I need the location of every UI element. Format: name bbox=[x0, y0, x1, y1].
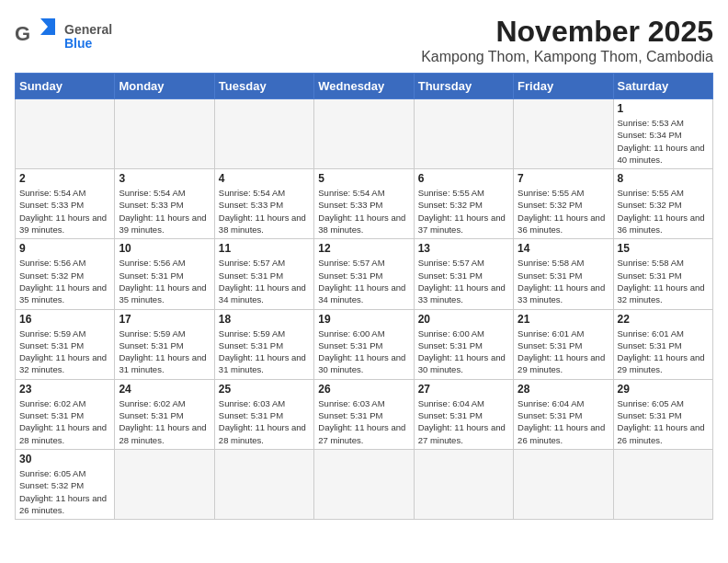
day-number: 24 bbox=[119, 383, 210, 396]
day-info: Sunrise: 6:01 AMSunset: 5:31 PMDaylight:… bbox=[618, 327, 709, 376]
logo-general-text: General bbox=[64, 23, 112, 37]
calendar-cell bbox=[514, 99, 613, 169]
day-number: 16 bbox=[19, 313, 110, 326]
calendar-cell: 7Sunrise: 5:55 AMSunset: 5:32 PMDaylight… bbox=[514, 169, 613, 239]
day-info: Sunrise: 5:54 AMSunset: 5:33 PMDaylight:… bbox=[19, 187, 110, 236]
day-number: 18 bbox=[219, 313, 310, 326]
calendar-cell: 12Sunrise: 5:57 AMSunset: 5:31 PMDayligh… bbox=[314, 239, 414, 309]
day-info: Sunrise: 5:55 AMSunset: 5:32 PMDaylight:… bbox=[618, 187, 709, 236]
day-number: 10 bbox=[119, 242, 210, 255]
day-number: 25 bbox=[219, 383, 310, 396]
logo-icon: G bbox=[15, 15, 59, 59]
calendar-cell: 9Sunrise: 5:56 AMSunset: 5:32 PMDaylight… bbox=[16, 239, 115, 309]
day-info: Sunrise: 5:59 AMSunset: 5:31 PMDaylight:… bbox=[119, 327, 210, 376]
day-number: 8 bbox=[618, 172, 709, 185]
calendar-cell: 23Sunrise: 6:02 AMSunset: 5:31 PMDayligh… bbox=[16, 379, 115, 449]
calendar-cell: 2Sunrise: 5:54 AMSunset: 5:33 PMDaylight… bbox=[16, 169, 115, 239]
calendar-cell: 24Sunrise: 6:02 AMSunset: 5:31 PMDayligh… bbox=[115, 379, 214, 449]
calendar-cell: 27Sunrise: 6:04 AMSunset: 5:31 PMDayligh… bbox=[414, 379, 513, 449]
day-number: 11 bbox=[219, 242, 310, 255]
calendar-table: SundayMondayTuesdayWednesdayThursdayFrid… bbox=[15, 73, 713, 520]
calendar-cell: 22Sunrise: 6:01 AMSunset: 5:31 PMDayligh… bbox=[613, 309, 712, 379]
day-number: 12 bbox=[318, 242, 409, 255]
day-info: Sunrise: 6:03 AMSunset: 5:31 PMDaylight:… bbox=[219, 397, 310, 446]
calendar-week-row: 1Sunrise: 5:53 AMSunset: 5:34 PMDaylight… bbox=[16, 99, 713, 169]
calendar-cell bbox=[514, 449, 613, 519]
header: G General Blue November 2025 Kampong Tho… bbox=[15, 15, 713, 65]
calendar-header-row: SundayMondayTuesdayWednesdayThursdayFrid… bbox=[16, 74, 713, 99]
calendar-cell: 8Sunrise: 5:55 AMSunset: 5:32 PMDaylight… bbox=[613, 169, 712, 239]
calendar-cell: 25Sunrise: 6:03 AMSunset: 5:31 PMDayligh… bbox=[214, 379, 313, 449]
day-number: 27 bbox=[418, 383, 509, 396]
day-number: 26 bbox=[318, 383, 409, 396]
page-subtitle: Kampong Thom, Kampong Thom, Cambodia bbox=[421, 49, 713, 65]
calendar-cell bbox=[16, 99, 115, 169]
calendar-cell: 30Sunrise: 6:05 AMSunset: 5:32 PMDayligh… bbox=[16, 449, 115, 519]
logo-blue-text: Blue bbox=[64, 37, 112, 51]
day-number: 6 bbox=[418, 172, 509, 185]
calendar-header-sunday: Sunday bbox=[16, 74, 115, 99]
calendar-cell: 20Sunrise: 6:00 AMSunset: 5:31 PMDayligh… bbox=[414, 309, 513, 379]
day-info: Sunrise: 6:00 AMSunset: 5:31 PMDaylight:… bbox=[318, 327, 409, 376]
day-number: 28 bbox=[518, 383, 609, 396]
day-info: Sunrise: 6:05 AMSunset: 5:31 PMDaylight:… bbox=[618, 397, 709, 446]
logo: G General Blue bbox=[15, 15, 112, 59]
title-area: November 2025 Kampong Thom, Kampong Thom… bbox=[421, 15, 713, 65]
calendar-cell bbox=[414, 449, 513, 519]
calendar-header-tuesday: Tuesday bbox=[214, 74, 313, 99]
day-info: Sunrise: 6:04 AMSunset: 5:31 PMDaylight:… bbox=[418, 397, 509, 446]
calendar-cell bbox=[314, 449, 414, 519]
day-number: 9 bbox=[19, 242, 110, 255]
calendar-header-monday: Monday bbox=[115, 74, 214, 99]
calendar-cell: 15Sunrise: 5:58 AMSunset: 5:31 PMDayligh… bbox=[613, 239, 712, 309]
calendar-cell bbox=[214, 99, 313, 169]
day-number: 29 bbox=[618, 383, 709, 396]
calendar-week-row: 9Sunrise: 5:56 AMSunset: 5:32 PMDaylight… bbox=[16, 239, 713, 309]
day-number: 4 bbox=[219, 172, 310, 185]
day-info: Sunrise: 5:55 AMSunset: 5:32 PMDaylight:… bbox=[518, 187, 609, 236]
calendar-header-thursday: Thursday bbox=[414, 74, 513, 99]
day-info: Sunrise: 5:53 AMSunset: 5:34 PMDaylight:… bbox=[618, 117, 709, 166]
day-number: 23 bbox=[19, 383, 110, 396]
svg-text:G: G bbox=[15, 22, 30, 45]
calendar-cell: 11Sunrise: 5:57 AMSunset: 5:31 PMDayligh… bbox=[214, 239, 313, 309]
calendar-cell: 17Sunrise: 5:59 AMSunset: 5:31 PMDayligh… bbox=[115, 309, 214, 379]
day-number: 19 bbox=[318, 313, 409, 326]
calendar-header-friday: Friday bbox=[514, 74, 613, 99]
calendar-cell: 26Sunrise: 6:03 AMSunset: 5:31 PMDayligh… bbox=[314, 379, 414, 449]
calendar-cell: 5Sunrise: 5:54 AMSunset: 5:33 PMDaylight… bbox=[314, 169, 414, 239]
calendar-cell: 16Sunrise: 5:59 AMSunset: 5:31 PMDayligh… bbox=[16, 309, 115, 379]
calendar-cell bbox=[314, 99, 414, 169]
calendar-week-row: 23Sunrise: 6:02 AMSunset: 5:31 PMDayligh… bbox=[16, 379, 713, 449]
day-number: 2 bbox=[19, 172, 110, 185]
page-title: November 2025 bbox=[421, 15, 713, 49]
day-info: Sunrise: 5:58 AMSunset: 5:31 PMDaylight:… bbox=[618, 257, 709, 305]
calendar-cell: 21Sunrise: 6:01 AMSunset: 5:31 PMDayligh… bbox=[514, 309, 613, 379]
calendar-header-wednesday: Wednesday bbox=[314, 74, 414, 99]
calendar-cell: 3Sunrise: 5:54 AMSunset: 5:33 PMDaylight… bbox=[115, 169, 214, 239]
day-info: Sunrise: 5:56 AMSunset: 5:32 PMDaylight:… bbox=[19, 257, 110, 305]
day-number: 14 bbox=[518, 242, 609, 255]
day-info: Sunrise: 6:05 AMSunset: 5:32 PMDaylight:… bbox=[19, 467, 110, 516]
calendar-week-row: 16Sunrise: 5:59 AMSunset: 5:31 PMDayligh… bbox=[16, 309, 713, 379]
calendar-cell: 19Sunrise: 6:00 AMSunset: 5:31 PMDayligh… bbox=[314, 309, 414, 379]
calendar-cell bbox=[115, 99, 214, 169]
calendar-cell: 28Sunrise: 6:04 AMSunset: 5:31 PMDayligh… bbox=[514, 379, 613, 449]
day-number: 20 bbox=[418, 313, 509, 326]
calendar-cell bbox=[115, 449, 214, 519]
calendar-cell bbox=[613, 449, 712, 519]
day-info: Sunrise: 5:55 AMSunset: 5:32 PMDaylight:… bbox=[418, 187, 509, 236]
calendar-week-row: 30Sunrise: 6:05 AMSunset: 5:32 PMDayligh… bbox=[16, 449, 713, 519]
calendar-cell: 4Sunrise: 5:54 AMSunset: 5:33 PMDaylight… bbox=[214, 169, 313, 239]
calendar-cell bbox=[414, 99, 513, 169]
calendar-cell: 6Sunrise: 5:55 AMSunset: 5:32 PMDaylight… bbox=[414, 169, 513, 239]
day-number: 1 bbox=[618, 102, 709, 115]
day-info: Sunrise: 6:01 AMSunset: 5:31 PMDaylight:… bbox=[518, 327, 609, 376]
day-info: Sunrise: 6:04 AMSunset: 5:31 PMDaylight:… bbox=[518, 397, 609, 446]
day-info: Sunrise: 5:59 AMSunset: 5:31 PMDaylight:… bbox=[19, 327, 110, 376]
day-info: Sunrise: 5:58 AMSunset: 5:31 PMDaylight:… bbox=[518, 257, 609, 305]
calendar-cell: 14Sunrise: 5:58 AMSunset: 5:31 PMDayligh… bbox=[514, 239, 613, 309]
svg-marker-1 bbox=[40, 18, 55, 35]
day-number: 22 bbox=[618, 313, 709, 326]
day-number: 13 bbox=[418, 242, 509, 255]
